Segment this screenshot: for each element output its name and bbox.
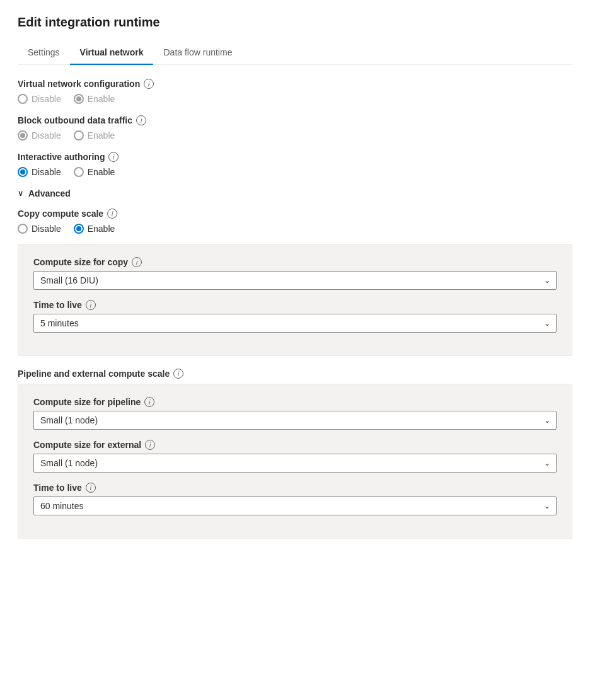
compute-size-copy-info-icon[interactable]: i	[132, 257, 142, 267]
compute-size-pipeline-select[interactable]: Small (1 node) Medium (2 nodes) Large (4…	[33, 411, 557, 430]
bo-disable-radio[interactable]	[18, 130, 28, 141]
compute-size-pipeline-field: Compute size for pipeline i Small (1 nod…	[33, 397, 557, 430]
virtual-network-config-label: Virtual network configuration i	[18, 79, 572, 89]
block-outbound-label: Block outbound data traffic i	[18, 115, 572, 125]
compute-size-copy-field: Compute size for copy i Small (16 DIU) M…	[33, 257, 557, 290]
time-to-live-pipeline-field: Time to live i 5 minutes 10 minutes 30 m…	[33, 483, 557, 515]
bo-enable-option[interactable]: Enable	[74, 130, 115, 141]
advanced-toggle[interactable]: ∨ Advanced	[18, 188, 572, 198]
block-outbound-info-icon[interactable]: i	[136, 115, 146, 125]
compute-size-external-dropdown-wrapper: Small (1 node) Medium (2 nodes) Large (4…	[33, 454, 557, 473]
interactive-authoring-info-icon[interactable]: i	[108, 152, 119, 162]
block-outbound-radio-group: Disable Enable	[18, 130, 572, 141]
block-outbound-section: Block outbound data traffic i Disable En…	[18, 115, 572, 141]
compute-size-pipeline-info-icon[interactable]: i	[144, 397, 154, 407]
virtual-network-config-info-icon[interactable]: i	[144, 79, 154, 89]
bo-enable-radio[interactable]	[74, 130, 84, 141]
interactive-authoring-label: Interactive authoring i	[18, 152, 572, 162]
vn-enable-option[interactable]: Enable	[74, 94, 115, 104]
compute-size-external-field: Compute size for external i Small (1 nod…	[33, 440, 557, 473]
vn-disable-radio[interactable]	[18, 94, 28, 104]
compute-size-copy-label: Compute size for copy i	[33, 257, 557, 267]
time-to-live-pipeline-dropdown-wrapper: 5 minutes 10 minutes 30 minutes 60 minut…	[33, 496, 557, 515]
pipeline-external-label: Pipeline and external compute scale i	[18, 369, 572, 379]
advanced-label: Advanced	[28, 188, 71, 198]
ia-disable-option[interactable]: Disable	[18, 167, 61, 177]
pipeline-external-sub-panel: Compute size for pipeline i Small (1 nod…	[18, 384, 572, 539]
vn-disable-option[interactable]: Disable	[18, 94, 61, 104]
pipeline-external-info-icon[interactable]: i	[173, 369, 183, 379]
compute-size-external-select[interactable]: Small (1 node) Medium (2 nodes) Large (4…	[33, 454, 557, 473]
ia-enable-radio[interactable]	[74, 167, 84, 177]
interactive-authoring-section: Interactive authoring i Disable Enable	[18, 152, 572, 177]
copy-compute-scale-label: Copy compute scale i	[18, 209, 572, 219]
ia-disable-radio[interactable]	[18, 167, 28, 177]
tab-settings[interactable]: Settings	[18, 41, 70, 65]
time-to-live-copy-label: Time to live i	[33, 300, 557, 310]
ccs-enable-radio[interactable]	[74, 224, 84, 234]
copy-compute-scale-radio-group: Disable Enable	[18, 224, 572, 234]
virtual-network-config-section: Virtual network configuration i Disable …	[18, 79, 572, 104]
time-to-live-copy-select[interactable]: 5 minutes 10 minutes 30 minutes 60 minut…	[33, 314, 557, 333]
compute-size-external-label: Compute size for external i	[33, 440, 557, 450]
compute-size-pipeline-label: Compute size for pipeline i	[33, 397, 557, 407]
ia-enable-option[interactable]: Enable	[74, 167, 115, 177]
pipeline-external-section: Pipeline and external compute scale i Co…	[18, 369, 572, 539]
vn-enable-radio[interactable]	[74, 94, 84, 104]
page-title: Edit integration runtime	[18, 15, 572, 30]
time-to-live-copy-dropdown-wrapper: 5 minutes 10 minutes 30 minutes 60 minut…	[33, 314, 557, 333]
copy-compute-scale-sub-panel: Compute size for copy i Small (16 DIU) M…	[18, 244, 572, 356]
tab-data-flow-runtime[interactable]: Data flow runtime	[153, 41, 242, 65]
compute-size-copy-dropdown-wrapper: Small (16 DIU) Medium (32 DIU) Large (64…	[33, 271, 557, 290]
time-to-live-copy-field: Time to live i 5 minutes 10 minutes 30 m…	[33, 300, 557, 333]
compute-size-copy-select[interactable]: Small (16 DIU) Medium (32 DIU) Large (64…	[33, 271, 557, 290]
interactive-authoring-radio-group: Disable Enable	[18, 167, 572, 177]
time-to-live-copy-info-icon[interactable]: i	[86, 300, 96, 310]
bo-disable-option[interactable]: Disable	[18, 130, 61, 141]
ccs-enable-option[interactable]: Enable	[74, 224, 115, 234]
time-to-live-pipeline-info-icon[interactable]: i	[86, 483, 96, 493]
tab-virtual-network[interactable]: Virtual network	[70, 41, 154, 65]
copy-compute-scale-section: Copy compute scale i Disable Enable Comp…	[18, 209, 572, 356]
virtual-network-config-radio-group: Disable Enable	[18, 94, 572, 104]
ccs-disable-radio[interactable]	[18, 224, 28, 234]
time-to-live-pipeline-label: Time to live i	[33, 483, 557, 493]
tab-bar: Settings Virtual network Data flow runti…	[18, 41, 572, 65]
copy-compute-scale-info-icon[interactable]: i	[107, 209, 117, 219]
compute-size-pipeline-dropdown-wrapper: Small (1 node) Medium (2 nodes) Large (4…	[33, 411, 557, 430]
time-to-live-pipeline-select[interactable]: 5 minutes 10 minutes 30 minutes 60 minut…	[33, 496, 557, 515]
advanced-chevron-icon: ∨	[18, 189, 23, 198]
compute-size-external-info-icon[interactable]: i	[145, 440, 155, 450]
ccs-disable-option[interactable]: Disable	[18, 224, 61, 234]
